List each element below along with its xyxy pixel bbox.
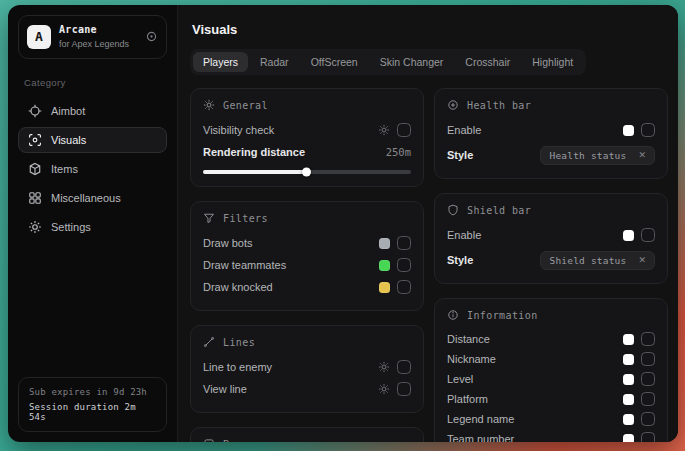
tab-radar[interactable]: Radar <box>250 52 299 72</box>
tab-highlight[interactable]: Highlight <box>522 52 583 72</box>
shield-icon <box>447 204 459 216</box>
sidebar: A Arcane for Apex Legends Category Aimbo… <box>8 5 178 442</box>
info-nickname-checkbox[interactable] <box>641 352 655 366</box>
color-swatch[interactable] <box>379 282 390 293</box>
draw-bots-row: Draw bots <box>203 232 411 254</box>
info-level-checkbox[interactable] <box>641 372 655 386</box>
health-style-select[interactable]: Health status ✕ <box>540 146 655 165</box>
visibility-check-row: Visibility check <box>203 119 411 141</box>
row-label: Level <box>447 373 473 385</box>
color-swatch[interactable] <box>623 354 634 365</box>
gear-icon[interactable] <box>378 361 390 373</box>
row-label: Visibility check <box>203 124 274 136</box>
row-label: Style <box>447 149 473 161</box>
draw-bots-checkbox[interactable] <box>397 236 411 250</box>
card-title: Information <box>467 310 538 321</box>
row-label: Line to enemy <box>203 361 272 373</box>
app-logo-card: A Arcane for Apex Legends <box>18 15 167 59</box>
grid-icon <box>28 191 42 205</box>
info-platform-row: Platform <box>447 389 655 409</box>
sidebar-item-settings[interactable]: Settings <box>18 214 167 240</box>
visibility-check-checkbox[interactable] <box>397 123 411 137</box>
close-icon[interactable]: ✕ <box>638 256 646 265</box>
visuals-tabbar: Players Radar OffScreen Skin Changer Cro… <box>190 49 586 75</box>
color-swatch[interactable] <box>379 238 390 249</box>
health-style-row: Style Health status ✕ <box>447 144 655 166</box>
gear-icon[interactable] <box>378 124 390 136</box>
tab-crosshair[interactable]: Crosshair <box>455 52 520 72</box>
session-duration-text: Session duration 2m 54s <box>29 402 156 422</box>
color-swatch[interactable] <box>623 334 634 345</box>
shield-style-select[interactable]: Shield status ✕ <box>540 251 655 270</box>
health-enable-checkbox[interactable] <box>641 123 655 137</box>
target-icon[interactable] <box>145 30 158 43</box>
color-swatch[interactable] <box>623 230 634 241</box>
sidebar-item-miscellaneous[interactable]: Miscellaneous <box>18 185 167 211</box>
row-label: Legend name <box>447 413 514 425</box>
tab-players[interactable]: Players <box>193 52 248 72</box>
general-card: General Visibility check Rendering dista… <box>190 88 424 187</box>
card-title: General <box>223 100 268 111</box>
sidebar-item-label: Miscellaneous <box>51 192 121 204</box>
health-bar-card: Health bar Enable Style Health status <box>434 88 668 179</box>
line-to-enemy-checkbox[interactable] <box>397 360 411 374</box>
shield-style-row: Style Shield status ✕ <box>447 249 655 271</box>
info-platform-checkbox[interactable] <box>641 392 655 406</box>
tab-offscreen[interactable]: OffScreen <box>301 52 368 72</box>
app-window: A Arcane for Apex Legends Category Aimbo… <box>8 5 678 442</box>
sidebar-item-visuals[interactable]: Visuals <box>18 127 167 153</box>
tab-skin-changer[interactable]: Skin Changer <box>370 52 454 72</box>
draw-knocked-row: Draw knocked <box>203 276 411 298</box>
category-label: Category <box>24 77 161 88</box>
line-to-enemy-row: Line to enemy <box>203 356 411 378</box>
row-label: Draw knocked <box>203 281 273 293</box>
health-enable-row: Enable <box>447 119 655 141</box>
rendering-distance-row: Rendering distance 250m <box>203 141 411 163</box>
slider-thumb[interactable] <box>302 168 311 177</box>
row-label: Team number <box>447 433 514 442</box>
sidebar-item-aimbot[interactable]: Aimbot <box>18 98 167 124</box>
draw-teammates-checkbox[interactable] <box>397 258 411 272</box>
app-name: Arcane <box>59 24 129 37</box>
color-swatch[interactable] <box>623 374 634 385</box>
row-label: Nickname <box>447 353 496 365</box>
draw-knocked-checkbox[interactable] <box>397 280 411 294</box>
view-line-row: View line <box>203 378 411 400</box>
info-nickname-row: Nickname <box>447 349 655 369</box>
close-icon[interactable]: ✕ <box>638 151 646 160</box>
color-swatch[interactable] <box>623 394 634 405</box>
lines-card: Lines Line to enemy View line <box>190 325 424 413</box>
info-distance-checkbox[interactable] <box>641 332 655 346</box>
rendering-distance-value: 250m <box>386 146 411 158</box>
row-label: Draw bots <box>203 237 253 249</box>
color-swatch[interactable] <box>379 260 390 271</box>
info-distance-row: Distance <box>447 329 655 349</box>
funnel-icon <box>203 212 215 224</box>
subscription-status-card: Sub expires in 9d 23h Session duration 2… <box>18 377 167 432</box>
color-swatch[interactable] <box>623 414 634 425</box>
row-label: Draw teammates <box>203 259 286 271</box>
box-card: Box Enable Enable background <box>190 427 424 442</box>
info-team-number-row: Team number <box>447 429 655 442</box>
row-label: Enable <box>447 124 481 136</box>
page-title: Visuals <box>192 22 668 37</box>
color-swatch[interactable] <box>623 125 634 136</box>
color-swatch[interactable] <box>623 434 634 443</box>
sidebar-item-label: Aimbot <box>51 105 85 117</box>
health-icon <box>447 99 459 111</box>
info-team-number-checkbox[interactable] <box>641 432 655 442</box>
rendering-distance-slider[interactable] <box>203 170 411 174</box>
view-line-checkbox[interactable] <box>397 382 411 396</box>
sub-expiry-text: Sub expires in 9d 23h <box>29 387 156 397</box>
shield-enable-checkbox[interactable] <box>641 228 655 242</box>
row-label: View line <box>203 383 247 395</box>
filters-card: Filters Draw bots Draw teammates <box>190 201 424 311</box>
gear-icon[interactable] <box>378 383 390 395</box>
info-legend-name-checkbox[interactable] <box>641 412 655 426</box>
card-title: Lines <box>223 337 255 348</box>
shield-bar-card: Shield bar Enable Style Shield status <box>434 193 668 284</box>
eye-scan-icon <box>28 133 42 147</box>
card-title: Box <box>223 439 242 443</box>
row-label: Enable <box>447 229 481 241</box>
sidebar-item-items[interactable]: Items <box>18 156 167 182</box>
